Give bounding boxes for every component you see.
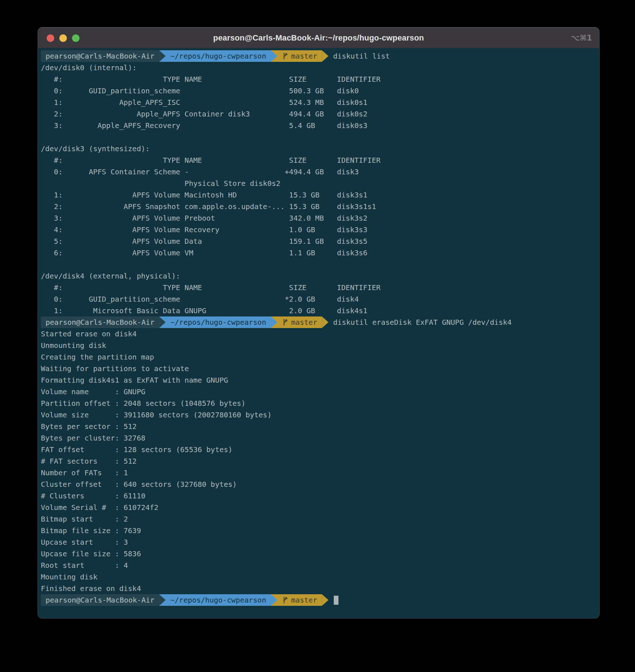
prompt-path: ~/repos/hugo-cwpearson: [166, 316, 271, 328]
prompt-branch-name: master: [291, 50, 317, 62]
powerline-separator-icon: [271, 594, 277, 606]
git-branch-icon: [282, 318, 288, 326]
terminal-cursor[interactable]: [334, 596, 338, 605]
window-shortcut-badge: ⌥⌘1: [571, 28, 592, 48]
powerline-separator-icon: [159, 594, 166, 606]
diskutil-list-output: /dev/disk0 (internal): #: TYPE NAME SIZE…: [41, 62, 596, 316]
powerline-separator-icon: [271, 50, 277, 62]
powerline-separator-icon: [159, 316, 166, 328]
minimize-button[interactable]: [59, 34, 67, 42]
command-text: diskutil eraseDisk ExFAT GNUPG /dev/disk…: [333, 316, 512, 328]
prompt-path: ~/repos/hugo-cwpearson: [166, 50, 271, 62]
prompt-user-host: pearson@Carls-MacBook-Air: [41, 50, 159, 62]
git-branch-icon: [282, 596, 288, 604]
prompt-line-current[interactable]: pearson@Carls-MacBook-Air ~/repos/hugo-c…: [41, 594, 596, 606]
titlebar[interactable]: pearson@Carls-MacBook-Air:~/repos/hugo-c…: [38, 27, 599, 48]
powerline-separator-icon: [159, 50, 166, 62]
prompt-user-host: pearson@Carls-MacBook-Air: [41, 316, 159, 328]
powerline-separator-icon: [322, 594, 328, 606]
powerline-separator-icon: [322, 316, 328, 328]
prompt-branch-name: master: [291, 594, 317, 606]
powerline-separator-icon: [271, 316, 277, 328]
prompt-user-host: pearson@Carls-MacBook-Air: [41, 594, 159, 606]
git-branch-icon: [282, 52, 288, 60]
prompt-path: ~/repos/hugo-cwpearson: [166, 594, 271, 606]
traffic-lights: [47, 28, 80, 48]
prompt-line-1: pearson@Carls-MacBook-Air ~/repos/hugo-c…: [41, 50, 596, 62]
command-text: diskutil list: [333, 50, 390, 62]
terminal-content[interactable]: pearson@Carls-MacBook-Air ~/repos/hugo-c…: [38, 48, 599, 618]
prompt-git-segment: master: [277, 594, 322, 606]
fullscreen-button[interactable]: [72, 34, 80, 42]
prompt-line-2: pearson@Carls-MacBook-Air ~/repos/hugo-c…: [41, 316, 596, 328]
window-title: pearson@Carls-MacBook-Air:~/repos/hugo-c…: [213, 33, 424, 43]
prompt-git-segment: master: [277, 316, 322, 328]
prompt-git-segment: master: [277, 50, 322, 62]
powerline-separator-icon: [322, 50, 328, 62]
prompt-branch-name: master: [291, 316, 317, 328]
close-button[interactable]: [47, 34, 54, 42]
terminal-window: pearson@Carls-MacBook-Air:~/repos/hugo-c…: [38, 27, 600, 618]
erase-disk-output: Started erase on disk4 Unmounting disk C…: [41, 328, 596, 594]
